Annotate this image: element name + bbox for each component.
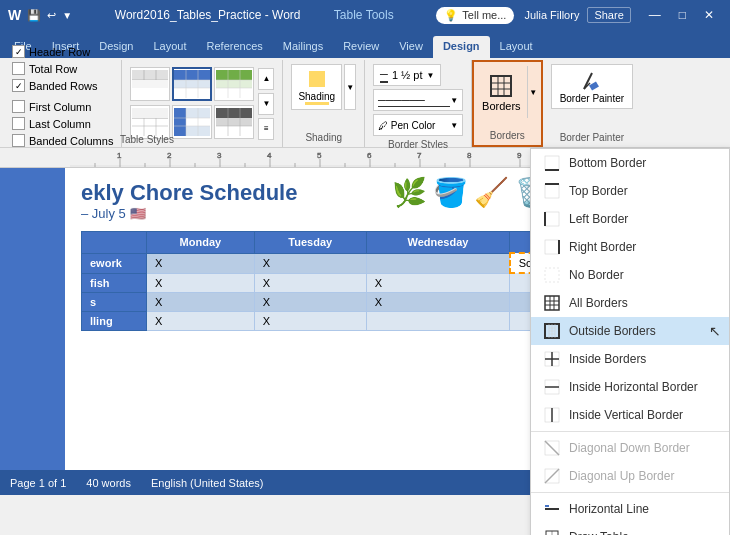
maximize-button[interactable]: □ xyxy=(671,6,694,24)
left-border-item[interactable]: Left Border xyxy=(531,205,729,233)
inside-h-border-icon xyxy=(543,378,561,396)
svg-rect-16 xyxy=(216,88,252,98)
row-header-2: s xyxy=(82,292,147,311)
border-painter-section-label: Border Painter xyxy=(560,132,624,143)
cell-3-2 xyxy=(366,311,509,330)
schedule-images: 🌿 🪣 🧹 🗑️ xyxy=(392,176,550,209)
th-empty xyxy=(82,232,147,254)
all-borders-item[interactable]: All Borders xyxy=(531,289,729,317)
svg-rect-37 xyxy=(216,118,252,126)
inside-borders-icon xyxy=(543,350,561,368)
page-indicator: Page 1 of 1 xyxy=(10,477,66,489)
title-bar-controls: 💡 Tell me... Julia Fillory Share — □ ✕ xyxy=(436,6,722,24)
tab-design-table[interactable]: Design xyxy=(433,36,490,58)
inside-v-border-item[interactable]: Inside Vertical Border xyxy=(531,401,729,429)
outside-borders-item[interactable]: Outside Borders ↖ xyxy=(531,317,729,345)
no-border-item[interactable]: No Border xyxy=(531,261,729,289)
bottom-border-item[interactable]: Bottom Border xyxy=(531,149,729,177)
share-button[interactable]: Share xyxy=(587,7,630,23)
scroll-up-arrow[interactable]: ▲ xyxy=(258,68,274,90)
quick-access-menu[interactable]: ▼ xyxy=(62,10,72,21)
lightbulb-icon: 💡 xyxy=(444,9,458,22)
row-header-3: lling xyxy=(82,311,147,330)
banded-rows-checkbox[interactable] xyxy=(12,79,25,92)
right-border-label: Right Border xyxy=(569,240,636,254)
shading-icon xyxy=(307,69,327,89)
borders-button[interactable]: Borders xyxy=(476,66,527,118)
border-style-button[interactable]: ────── ▼ xyxy=(373,89,463,111)
right-border-item[interactable]: Right Border xyxy=(531,233,729,261)
bucket-icon: 🪣 xyxy=(433,176,468,209)
minimize-button[interactable]: — xyxy=(641,6,669,24)
inside-h-border-item[interactable]: Inside Horizontal Border xyxy=(531,373,729,401)
tab-references[interactable]: References xyxy=(197,36,273,58)
user-name[interactable]: Julia Fillory xyxy=(524,9,579,21)
no-border-icon xyxy=(543,266,561,284)
svg-text:2: 2 xyxy=(167,151,172,160)
scroll-down-arrow[interactable]: ▼ xyxy=(258,93,274,115)
total-row-option[interactable]: Total Row xyxy=(12,62,113,75)
table-styles-label: Table Styles xyxy=(120,134,174,145)
quick-access-undo[interactable]: ↩ xyxy=(47,9,56,22)
borders-icon xyxy=(487,72,515,100)
bottom-border-icon xyxy=(543,154,561,172)
left-row-headers xyxy=(0,168,65,470)
first-column-option[interactable]: First Column xyxy=(12,100,113,113)
borders-dropdown[interactable]: ▼ xyxy=(527,66,539,118)
horizontal-line-item[interactable]: Horizontal Line xyxy=(531,495,729,523)
tab-mailings[interactable]: Mailings xyxy=(273,36,333,58)
top-border-item[interactable]: Top Border xyxy=(531,177,729,205)
table-style-3[interactable] xyxy=(214,67,254,101)
table-style-6[interactable] xyxy=(214,105,254,139)
shading-dropdown-arrow[interactable]: ▼ xyxy=(344,64,356,110)
border-style-arrow: ▼ xyxy=(450,96,458,105)
tab-layout-main[interactable]: Layout xyxy=(144,36,197,58)
first-column-checkbox[interactable] xyxy=(12,100,25,113)
banded-columns-checkbox[interactable] xyxy=(12,134,25,147)
draw-table-icon xyxy=(543,528,561,535)
diagonal-down-border-label: Diagonal Down Border xyxy=(569,441,690,455)
horizontal-line-icon xyxy=(543,500,561,518)
shading-button[interactable]: Shading xyxy=(291,64,342,110)
banded-columns-option[interactable]: Banded Columns xyxy=(12,134,113,147)
svg-rect-87 xyxy=(545,268,559,282)
inside-borders-item[interactable]: Inside Borders xyxy=(531,345,729,373)
border-painter-button[interactable]: Border Painter xyxy=(551,64,633,109)
scroll-more-arrow[interactable]: ≡ xyxy=(258,118,274,140)
table-style-5[interactable] xyxy=(172,105,212,139)
last-column-checkbox[interactable] xyxy=(12,117,25,130)
table-style-2[interactable] xyxy=(172,67,212,101)
cell-0-1: X xyxy=(254,253,366,273)
diagonal-up-border-item[interactable]: Diagonal Up Border xyxy=(531,462,729,490)
table-style-1[interactable] xyxy=(130,67,170,101)
outside-borders-icon xyxy=(543,322,561,340)
th-monday: Monday xyxy=(147,232,255,254)
borders-label: Borders xyxy=(482,100,521,112)
last-column-label: Last Column xyxy=(29,118,91,130)
diagonal-down-border-item[interactable]: Diagonal Down Border xyxy=(531,434,729,462)
pen-color-button[interactable]: 🖊 Pen Color ▼ xyxy=(373,114,463,136)
shovel-icon: 🌿 xyxy=(392,176,427,209)
pen-thickness-display: ─ xyxy=(380,68,388,83)
cell-1-1: X xyxy=(254,273,366,292)
banded-rows-option[interactable]: Banded Rows xyxy=(12,79,113,92)
svg-rect-36 xyxy=(216,108,252,118)
svg-rect-5 xyxy=(132,80,168,88)
last-column-option[interactable]: Last Column xyxy=(12,117,113,130)
header-row-option[interactable]: Header Row xyxy=(12,45,113,58)
row-header-0: ework xyxy=(82,253,147,273)
tab-layout-table[interactable]: Layout xyxy=(490,36,543,58)
close-button[interactable]: ✕ xyxy=(696,6,722,24)
total-row-checkbox[interactable] xyxy=(12,62,25,75)
draw-table-item[interactable]: Draw Table xyxy=(531,523,729,535)
svg-text:8: 8 xyxy=(467,151,472,160)
tab-review[interactable]: Review xyxy=(333,36,389,58)
tab-view[interactable]: View xyxy=(389,36,433,58)
quick-access-save[interactable]: 💾 xyxy=(27,9,41,22)
svg-rect-8 xyxy=(174,80,210,88)
header-row-checkbox[interactable] xyxy=(12,45,25,58)
tell-me-box[interactable]: 💡 Tell me... xyxy=(436,7,514,24)
pen-thickness-button[interactable]: ─ 1 ½ pt ▼ xyxy=(373,64,441,86)
flag-emoji: 🇺🇸 xyxy=(130,206,146,221)
th-wednesday: Wednesday xyxy=(366,232,509,254)
